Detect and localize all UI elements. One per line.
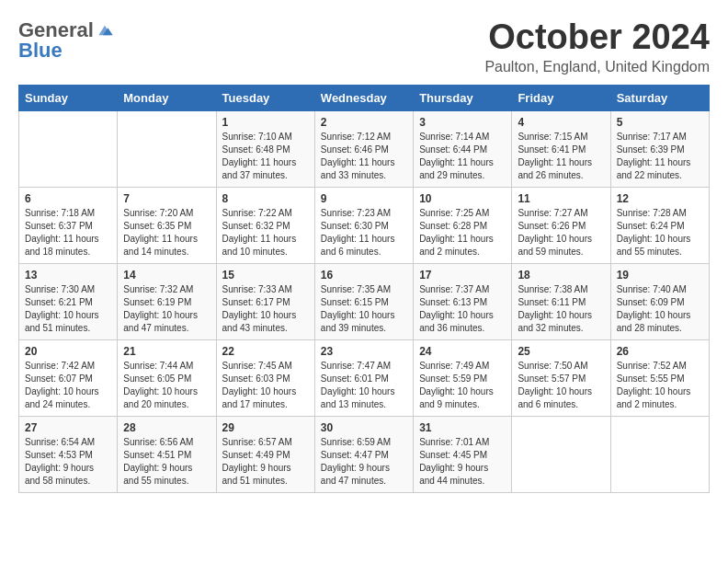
day-number: 7: [123, 192, 210, 205]
calendar-cell: 18Sunrise: 7:38 AMSunset: 6:11 PMDayligh…: [512, 263, 610, 339]
day-number: 23: [321, 345, 407, 358]
header-tuesday: Tuesday: [216, 85, 314, 110]
day-number: 26: [617, 345, 703, 358]
calendar-cell: 20Sunrise: 7:42 AMSunset: 6:07 PMDayligh…: [19, 339, 118, 416]
day-info: Sunrise: 7:37 AMSunset: 6:13 PMDaylight:…: [419, 283, 506, 335]
calendar-cell: 27Sunrise: 6:54 AMSunset: 4:53 PMDayligh…: [19, 416, 118, 492]
calendar-cell: [610, 416, 709, 492]
day-number: 1: [222, 116, 309, 129]
day-number: 9: [321, 192, 407, 205]
day-info: Sunrise: 7:40 AMSunset: 6:09 PMDaylight:…: [617, 283, 703, 335]
calendar-cell: 3Sunrise: 7:14 AMSunset: 6:44 PMDaylight…: [414, 110, 512, 187]
day-info: Sunrise: 7:23 AMSunset: 6:30 PMDaylight:…: [321, 207, 407, 259]
calendar-table: SundayMondayTuesdayWednesdayThursdayFrid…: [18, 85, 710, 493]
day-info: Sunrise: 7:47 AMSunset: 6:01 PMDaylight:…: [321, 360, 407, 411]
day-number: 3: [419, 116, 506, 129]
day-info: Sunrise: 7:22 AMSunset: 6:32 PMDaylight:…: [222, 207, 309, 259]
calendar-cell: 13Sunrise: 7:30 AMSunset: 6:21 PMDayligh…: [19, 263, 118, 339]
calendar-cell: 26Sunrise: 7:52 AMSunset: 5:55 PMDayligh…: [610, 339, 709, 416]
calendar-header-row: SundayMondayTuesdayWednesdayThursdayFrid…: [19, 85, 710, 110]
calendar-cell: [512, 416, 610, 492]
day-number: 27: [25, 421, 111, 434]
day-number: 24: [419, 345, 506, 358]
day-info: Sunrise: 7:15 AMSunset: 6:41 PMDaylight:…: [518, 131, 604, 182]
day-number: 16: [321, 269, 407, 282]
calendar-cell: 17Sunrise: 7:37 AMSunset: 6:13 PMDayligh…: [414, 263, 512, 339]
calendar-week-1: 1Sunrise: 7:10 AMSunset: 6:48 PMDaylight…: [19, 110, 710, 187]
day-number: 8: [222, 192, 309, 205]
location: Paulton, England, United Kingdom: [484, 59, 710, 75]
calendar-week-3: 13Sunrise: 7:30 AMSunset: 6:21 PMDayligh…: [19, 263, 710, 339]
logo-icon: [96, 21, 114, 40]
header-sunday: Sunday: [19, 85, 118, 110]
calendar-cell: 23Sunrise: 7:47 AMSunset: 6:01 PMDayligh…: [314, 339, 413, 416]
day-number: 25: [518, 345, 604, 358]
day-info: Sunrise: 7:42 AMSunset: 6:07 PMDaylight:…: [25, 360, 111, 411]
calendar-cell: 1Sunrise: 7:10 AMSunset: 6:48 PMDaylight…: [216, 110, 314, 187]
calendar-cell: 25Sunrise: 7:50 AMSunset: 5:57 PMDayligh…: [512, 339, 610, 416]
calendar-cell: 29Sunrise: 6:57 AMSunset: 4:49 PMDayligh…: [216, 416, 314, 492]
day-number: 29: [222, 421, 309, 434]
day-number: 10: [419, 192, 506, 205]
day-number: 2: [321, 116, 407, 129]
day-number: 21: [123, 345, 210, 358]
calendar-cell: 8Sunrise: 7:22 AMSunset: 6:32 PMDaylight…: [216, 187, 314, 263]
header-thursday: Thursday: [414, 85, 512, 110]
logo: General Blue: [18, 18, 114, 63]
day-number: 14: [123, 269, 210, 282]
calendar-week-2: 6Sunrise: 7:18 AMSunset: 6:37 PMDaylight…: [19, 187, 710, 263]
calendar-cell: 15Sunrise: 7:33 AMSunset: 6:17 PMDayligh…: [216, 263, 314, 339]
calendar-cell: 5Sunrise: 7:17 AMSunset: 6:39 PMDaylight…: [610, 110, 709, 187]
calendar-cell: 10Sunrise: 7:25 AMSunset: 6:28 PMDayligh…: [414, 187, 512, 263]
calendar-cell: 24Sunrise: 7:49 AMSunset: 5:59 PMDayligh…: [414, 339, 512, 416]
calendar-cell: 12Sunrise: 7:28 AMSunset: 6:24 PMDayligh…: [610, 187, 709, 263]
calendar-cell: 30Sunrise: 6:59 AMSunset: 4:47 PMDayligh…: [314, 416, 413, 492]
day-number: 6: [25, 192, 111, 205]
day-number: 13: [25, 269, 111, 282]
day-info: Sunrise: 7:35 AMSunset: 6:15 PMDaylight:…: [321, 283, 407, 335]
calendar-cell: 2Sunrise: 7:12 AMSunset: 6:46 PMDaylight…: [314, 110, 413, 187]
day-info: Sunrise: 7:44 AMSunset: 6:05 PMDaylight:…: [123, 360, 210, 411]
day-number: 11: [518, 192, 604, 205]
calendar-cell: 19Sunrise: 7:40 AMSunset: 6:09 PMDayligh…: [610, 263, 709, 339]
day-info: Sunrise: 7:49 AMSunset: 5:59 PMDaylight:…: [419, 360, 506, 411]
day-info: Sunrise: 7:20 AMSunset: 6:35 PMDaylight:…: [123, 207, 210, 259]
day-info: Sunrise: 6:57 AMSunset: 4:49 PMDaylight:…: [222, 436, 309, 488]
day-number: 12: [617, 192, 703, 205]
day-info: Sunrise: 7:38 AMSunset: 6:11 PMDaylight:…: [518, 283, 604, 335]
calendar-cell: 7Sunrise: 7:20 AMSunset: 6:35 PMDaylight…: [118, 187, 216, 263]
day-number: 22: [222, 345, 309, 358]
day-info: Sunrise: 7:32 AMSunset: 6:19 PMDaylight:…: [123, 283, 210, 335]
calendar-cell: [118, 110, 216, 187]
day-info: Sunrise: 7:25 AMSunset: 6:28 PMDaylight:…: [419, 207, 506, 259]
day-number: 4: [518, 116, 604, 129]
day-info: Sunrise: 7:12 AMSunset: 6:46 PMDaylight:…: [321, 131, 407, 182]
calendar-cell: 9Sunrise: 7:23 AMSunset: 6:30 PMDaylight…: [314, 187, 413, 263]
day-info: Sunrise: 7:17 AMSunset: 6:39 PMDaylight:…: [617, 131, 703, 182]
day-info: Sunrise: 7:33 AMSunset: 6:17 PMDaylight:…: [222, 283, 309, 335]
day-info: Sunrise: 7:27 AMSunset: 6:26 PMDaylight:…: [518, 207, 604, 259]
day-info: Sunrise: 7:18 AMSunset: 6:37 PMDaylight:…: [25, 207, 111, 259]
calendar-week-4: 20Sunrise: 7:42 AMSunset: 6:07 PMDayligh…: [19, 339, 710, 416]
calendar-cell: 21Sunrise: 7:44 AMSunset: 6:05 PMDayligh…: [118, 339, 216, 416]
calendar-cell: 16Sunrise: 7:35 AMSunset: 6:15 PMDayligh…: [314, 263, 413, 339]
page-header: General Blue October 2024 Paulton, Engla…: [18, 18, 710, 75]
day-number: 31: [419, 421, 506, 434]
day-info: Sunrise: 7:45 AMSunset: 6:03 PMDaylight:…: [222, 360, 309, 411]
day-info: Sunrise: 7:28 AMSunset: 6:24 PMDaylight:…: [617, 207, 703, 259]
calendar-week-5: 27Sunrise: 6:54 AMSunset: 4:53 PMDayligh…: [19, 416, 710, 492]
day-info: Sunrise: 7:14 AMSunset: 6:44 PMDaylight:…: [419, 131, 506, 182]
calendar-cell: [19, 110, 118, 187]
day-number: 19: [617, 269, 703, 282]
day-info: Sunrise: 7:52 AMSunset: 5:55 PMDaylight:…: [617, 360, 703, 411]
calendar-cell: 31Sunrise: 7:01 AMSunset: 4:45 PMDayligh…: [414, 416, 512, 492]
day-number: 17: [419, 269, 506, 282]
day-info: Sunrise: 7:50 AMSunset: 5:57 PMDaylight:…: [518, 360, 604, 411]
calendar-cell: 28Sunrise: 6:56 AMSunset: 4:51 PMDayligh…: [118, 416, 216, 492]
calendar-cell: 22Sunrise: 7:45 AMSunset: 6:03 PMDayligh…: [216, 339, 314, 416]
day-number: 5: [617, 116, 703, 129]
header-wednesday: Wednesday: [314, 85, 413, 110]
day-number: 28: [123, 421, 210, 434]
header-saturday: Saturday: [610, 85, 709, 110]
header-monday: Monday: [118, 85, 216, 110]
